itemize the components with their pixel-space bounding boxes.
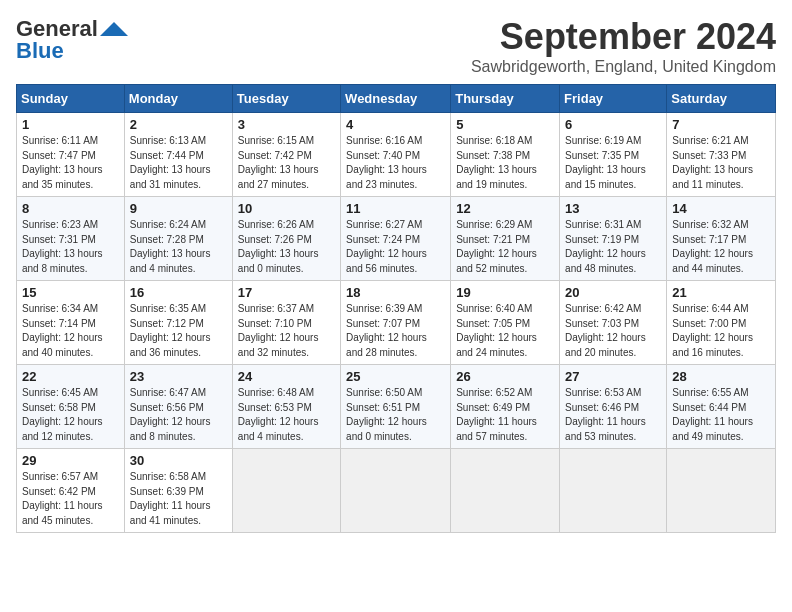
day-number: 5	[456, 117, 554, 132]
calendar-cell: 3Sunrise: 6:15 AM Sunset: 7:42 PM Daylig…	[232, 113, 340, 197]
day-number: 9	[130, 201, 227, 216]
day-info: Sunrise: 6:23 AM Sunset: 7:31 PM Dayligh…	[22, 218, 119, 276]
day-info: Sunrise: 6:19 AM Sunset: 7:35 PM Dayligh…	[565, 134, 661, 192]
day-info: Sunrise: 6:58 AM Sunset: 6:39 PM Dayligh…	[130, 470, 227, 528]
weekday-header-saturday: Saturday	[667, 85, 776, 113]
day-info: Sunrise: 6:24 AM Sunset: 7:28 PM Dayligh…	[130, 218, 227, 276]
day-number: 4	[346, 117, 445, 132]
logo-arrow-icon	[100, 22, 128, 36]
svg-marker-0	[100, 22, 128, 36]
day-info: Sunrise: 6:13 AM Sunset: 7:44 PM Dayligh…	[130, 134, 227, 192]
day-number: 21	[672, 285, 770, 300]
logo-text-blue: Blue	[16, 38, 64, 64]
day-info: Sunrise: 6:37 AM Sunset: 7:10 PM Dayligh…	[238, 302, 335, 360]
weekday-header-wednesday: Wednesday	[341, 85, 451, 113]
day-info: Sunrise: 6:52 AM Sunset: 6:49 PM Dayligh…	[456, 386, 554, 444]
day-number: 2	[130, 117, 227, 132]
day-number: 3	[238, 117, 335, 132]
day-number: 16	[130, 285, 227, 300]
calendar-week-3: 15Sunrise: 6:34 AM Sunset: 7:14 PM Dayli…	[17, 281, 776, 365]
calendar-cell	[560, 449, 667, 533]
calendar-cell	[451, 449, 560, 533]
day-info: Sunrise: 6:26 AM Sunset: 7:26 PM Dayligh…	[238, 218, 335, 276]
calendar-cell: 9Sunrise: 6:24 AM Sunset: 7:28 PM Daylig…	[124, 197, 232, 281]
month-title: September 2024	[471, 16, 776, 58]
day-number: 17	[238, 285, 335, 300]
day-number: 7	[672, 117, 770, 132]
day-info: Sunrise: 6:15 AM Sunset: 7:42 PM Dayligh…	[238, 134, 335, 192]
calendar-cell: 15Sunrise: 6:34 AM Sunset: 7:14 PM Dayli…	[17, 281, 125, 365]
day-info: Sunrise: 6:39 AM Sunset: 7:07 PM Dayligh…	[346, 302, 445, 360]
day-info: Sunrise: 6:29 AM Sunset: 7:21 PM Dayligh…	[456, 218, 554, 276]
calendar-week-5: 29Sunrise: 6:57 AM Sunset: 6:42 PM Dayli…	[17, 449, 776, 533]
calendar-cell: 5Sunrise: 6:18 AM Sunset: 7:38 PM Daylig…	[451, 113, 560, 197]
day-info: Sunrise: 6:18 AM Sunset: 7:38 PM Dayligh…	[456, 134, 554, 192]
day-number: 8	[22, 201, 119, 216]
calendar-cell: 30Sunrise: 6:58 AM Sunset: 6:39 PM Dayli…	[124, 449, 232, 533]
calendar-cell	[232, 449, 340, 533]
calendar-cell: 12Sunrise: 6:29 AM Sunset: 7:21 PM Dayli…	[451, 197, 560, 281]
calendar-week-2: 8Sunrise: 6:23 AM Sunset: 7:31 PM Daylig…	[17, 197, 776, 281]
weekday-header-friday: Friday	[560, 85, 667, 113]
calendar-cell: 23Sunrise: 6:47 AM Sunset: 6:56 PM Dayli…	[124, 365, 232, 449]
day-number: 13	[565, 201, 661, 216]
day-number: 24	[238, 369, 335, 384]
day-info: Sunrise: 6:31 AM Sunset: 7:19 PM Dayligh…	[565, 218, 661, 276]
day-number: 6	[565, 117, 661, 132]
calendar-cell: 7Sunrise: 6:21 AM Sunset: 7:33 PM Daylig…	[667, 113, 776, 197]
day-info: Sunrise: 6:34 AM Sunset: 7:14 PM Dayligh…	[22, 302, 119, 360]
calendar-cell: 10Sunrise: 6:26 AM Sunset: 7:26 PM Dayli…	[232, 197, 340, 281]
calendar-cell	[341, 449, 451, 533]
calendar-cell: 27Sunrise: 6:53 AM Sunset: 6:46 PM Dayli…	[560, 365, 667, 449]
calendar-cell: 20Sunrise: 6:42 AM Sunset: 7:03 PM Dayli…	[560, 281, 667, 365]
calendar-cell: 4Sunrise: 6:16 AM Sunset: 7:40 PM Daylig…	[341, 113, 451, 197]
day-number: 19	[456, 285, 554, 300]
day-info: Sunrise: 6:48 AM Sunset: 6:53 PM Dayligh…	[238, 386, 335, 444]
day-info: Sunrise: 6:16 AM Sunset: 7:40 PM Dayligh…	[346, 134, 445, 192]
day-info: Sunrise: 6:42 AM Sunset: 7:03 PM Dayligh…	[565, 302, 661, 360]
day-info: Sunrise: 6:55 AM Sunset: 6:44 PM Dayligh…	[672, 386, 770, 444]
day-number: 12	[456, 201, 554, 216]
day-info: Sunrise: 6:35 AM Sunset: 7:12 PM Dayligh…	[130, 302, 227, 360]
calendar-cell: 21Sunrise: 6:44 AM Sunset: 7:00 PM Dayli…	[667, 281, 776, 365]
calendar-cell: 1Sunrise: 6:11 AM Sunset: 7:47 PM Daylig…	[17, 113, 125, 197]
weekday-header-sunday: Sunday	[17, 85, 125, 113]
calendar-cell: 29Sunrise: 6:57 AM Sunset: 6:42 PM Dayli…	[17, 449, 125, 533]
weekday-header-monday: Monday	[124, 85, 232, 113]
calendar-cell: 8Sunrise: 6:23 AM Sunset: 7:31 PM Daylig…	[17, 197, 125, 281]
location: Sawbridgeworth, England, United Kingdom	[471, 58, 776, 76]
calendar-table: SundayMondayTuesdayWednesdayThursdayFrid…	[16, 84, 776, 533]
day-number: 29	[22, 453, 119, 468]
logo: General Blue	[16, 16, 128, 64]
calendar-cell: 22Sunrise: 6:45 AM Sunset: 6:58 PM Dayli…	[17, 365, 125, 449]
weekday-header-tuesday: Tuesday	[232, 85, 340, 113]
calendar-cell: 24Sunrise: 6:48 AM Sunset: 6:53 PM Dayli…	[232, 365, 340, 449]
page-header: General Blue September 2024 Sawbridgewor…	[16, 16, 776, 76]
calendar-cell: 26Sunrise: 6:52 AM Sunset: 6:49 PM Dayli…	[451, 365, 560, 449]
calendar-cell: 13Sunrise: 6:31 AM Sunset: 7:19 PM Dayli…	[560, 197, 667, 281]
calendar-cell: 16Sunrise: 6:35 AM Sunset: 7:12 PM Dayli…	[124, 281, 232, 365]
day-number: 22	[22, 369, 119, 384]
title-block: September 2024 Sawbridgeworth, England, …	[471, 16, 776, 76]
day-info: Sunrise: 6:47 AM Sunset: 6:56 PM Dayligh…	[130, 386, 227, 444]
day-info: Sunrise: 6:45 AM Sunset: 6:58 PM Dayligh…	[22, 386, 119, 444]
day-info: Sunrise: 6:53 AM Sunset: 6:46 PM Dayligh…	[565, 386, 661, 444]
day-number: 27	[565, 369, 661, 384]
day-info: Sunrise: 6:50 AM Sunset: 6:51 PM Dayligh…	[346, 386, 445, 444]
day-number: 30	[130, 453, 227, 468]
day-number: 23	[130, 369, 227, 384]
day-number: 28	[672, 369, 770, 384]
day-info: Sunrise: 6:27 AM Sunset: 7:24 PM Dayligh…	[346, 218, 445, 276]
calendar-cell: 2Sunrise: 6:13 AM Sunset: 7:44 PM Daylig…	[124, 113, 232, 197]
calendar-cell: 17Sunrise: 6:37 AM Sunset: 7:10 PM Dayli…	[232, 281, 340, 365]
calendar-cell: 25Sunrise: 6:50 AM Sunset: 6:51 PM Dayli…	[341, 365, 451, 449]
calendar-cell: 11Sunrise: 6:27 AM Sunset: 7:24 PM Dayli…	[341, 197, 451, 281]
calendar-header-row: SundayMondayTuesdayWednesdayThursdayFrid…	[17, 85, 776, 113]
day-info: Sunrise: 6:32 AM Sunset: 7:17 PM Dayligh…	[672, 218, 770, 276]
day-info: Sunrise: 6:21 AM Sunset: 7:33 PM Dayligh…	[672, 134, 770, 192]
day-info: Sunrise: 6:57 AM Sunset: 6:42 PM Dayligh…	[22, 470, 119, 528]
calendar-week-4: 22Sunrise: 6:45 AM Sunset: 6:58 PM Dayli…	[17, 365, 776, 449]
day-info: Sunrise: 6:11 AM Sunset: 7:47 PM Dayligh…	[22, 134, 119, 192]
day-number: 20	[565, 285, 661, 300]
day-number: 10	[238, 201, 335, 216]
